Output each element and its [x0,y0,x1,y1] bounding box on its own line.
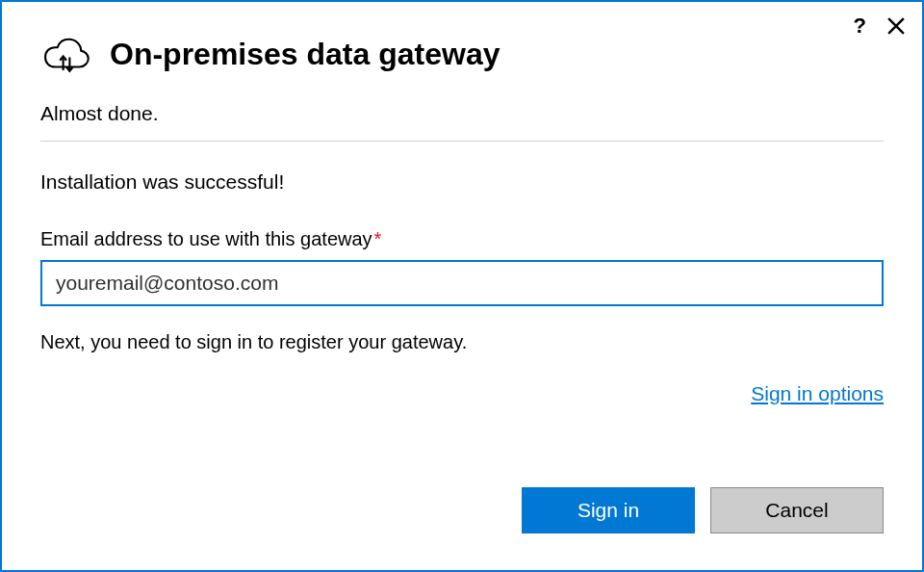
next-instruction: Next, you need to sign in to register yo… [40,331,884,353]
signin-options-link[interactable]: Sign in options [751,382,884,404]
gateway-dialog: ? On-premises data gateway Almost done. … [0,0,924,572]
dialog-content: Almost done. Installation was successful… [2,102,922,405]
button-row: Sign in Cancel [522,487,884,533]
close-icon[interactable] [887,17,905,35]
email-label: Email address to use with this gateway* [40,228,884,250]
cancel-button[interactable]: Cancel [710,487,884,533]
signin-button[interactable]: Sign in [522,487,695,533]
subtitle: Almost done. [40,102,884,125]
email-label-text: Email address to use with this gateway [40,228,372,249]
help-icon[interactable]: ? [854,13,866,39]
signin-options-row: Sign in options [40,382,884,405]
required-asterisk: * [374,228,382,249]
dialog-title: On-premises data gateway [110,37,500,72]
success-message: Installation was successful! [40,170,884,194]
titlebar-controls: ? [854,13,905,39]
cloud-sync-icon [40,33,92,75]
divider [40,141,884,142]
email-field[interactable] [40,260,884,306]
dialog-header: On-premises data gateway [2,2,922,75]
